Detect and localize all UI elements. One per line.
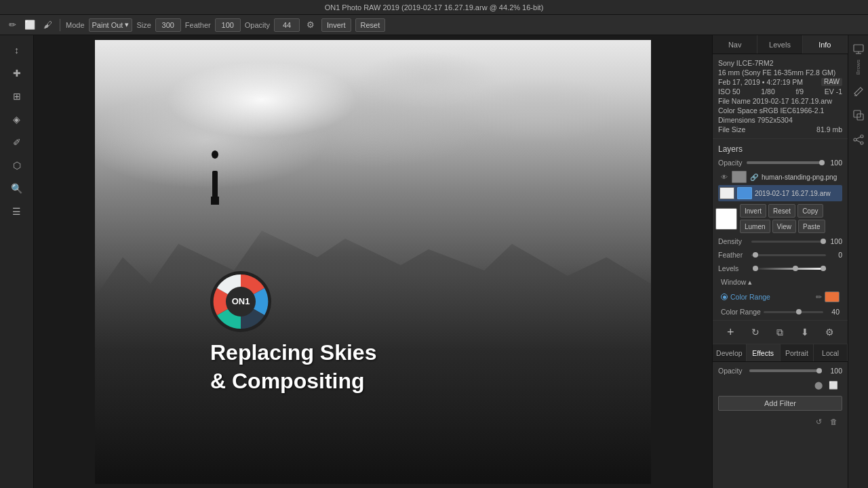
layers-header: Layers xyxy=(718,142,842,157)
titlebar: ON1 Photo RAW 2019 (2019-02-17 16.27.19.… xyxy=(0,0,868,15)
feather-input[interactable] xyxy=(215,18,241,32)
svg-point-9 xyxy=(854,138,856,141)
resize-svg xyxy=(852,109,865,121)
layer-visibility-icon[interactable]: 👁 xyxy=(719,172,729,182)
filename-label: File Name xyxy=(718,97,751,105)
date-row: Feb 17, 2019 • 4:27:19 PM RAW xyxy=(718,77,842,87)
copy-mask-btn[interactable]: Copy xyxy=(797,204,823,218)
window-label: Window ▴ xyxy=(721,278,752,286)
layer-toolbar: + ↻ ⧉ ⬇ ⚙ xyxy=(713,320,848,344)
feather-label: Feather xyxy=(718,251,749,259)
tool-eraser-icon[interactable]: ⬜ xyxy=(23,18,37,32)
photo-scene xyxy=(95,40,651,484)
opacity-slider[interactable] xyxy=(747,161,825,164)
feather-slider[interactable] xyxy=(751,254,826,256)
left-tool-2[interactable]: ✚ xyxy=(6,64,28,83)
add-layer-icon[interactable]: + xyxy=(723,325,738,340)
filter-icon-1[interactable]: ⬤ xyxy=(812,379,825,391)
tool-paint-icon[interactable]: 🖌 xyxy=(41,18,54,32)
color-range-radio[interactable] xyxy=(721,293,728,300)
density-slider[interactable] xyxy=(751,241,826,243)
right-panel: Nav Levels Info Sony ILCE-7RM2 16 mm (So… xyxy=(712,35,848,488)
filter-trash-icon[interactable]: 🗑 xyxy=(827,415,840,428)
layer-link-icon[interactable]: 🔗 xyxy=(749,172,759,182)
browse-icon[interactable] xyxy=(850,41,867,57)
copy-layer-icon[interactable]: ⧉ xyxy=(772,325,787,340)
merge-layer-icon[interactable]: ⬇ xyxy=(797,325,812,340)
layer-2-thumb xyxy=(737,187,752,199)
settings-layer-icon[interactable]: ⚙ xyxy=(823,325,837,340)
tab-info[interactable]: Info xyxy=(803,35,848,54)
left-tool-1[interactable]: ↕ xyxy=(6,41,28,60)
view-btn[interactable]: View xyxy=(772,220,797,233)
person-body xyxy=(212,171,218,198)
filter-bottom-icons: ↺ 🗑 xyxy=(718,413,842,430)
canvas-area[interactable]: ↖ xyxy=(34,35,712,488)
left-tool-3[interactable]: ⊞ xyxy=(6,87,28,106)
filter-opacity-row: Opacity 100 xyxy=(718,365,842,377)
left-tool-4[interactable]: ◈ xyxy=(6,110,28,129)
add-filter-button[interactable]: Add Filter xyxy=(718,396,842,411)
far-right-strip: Brows xyxy=(848,35,868,488)
color-swatch[interactable] xyxy=(825,291,840,302)
info-section: Sony ILCE-7RM2 16 mm (Sony FE 16-35mm F2… xyxy=(713,54,848,139)
filename-value: 2019-02-17 16.27.19.arw xyxy=(753,97,832,105)
share-icon[interactable] xyxy=(850,131,867,148)
layer-controls: Invert Reset Copy Lumen View Paste Densi… xyxy=(713,201,848,320)
logo-overlay: ON1 Replacing Skies & Compositing xyxy=(210,271,376,395)
invert-mask-btn[interactable]: Invert xyxy=(740,204,766,218)
tab-levels[interactable]: Levels xyxy=(757,35,802,54)
tab-effects[interactable]: Effects xyxy=(747,344,781,361)
tab-nav[interactable]: Nav xyxy=(713,35,757,54)
cloud-layer xyxy=(95,40,651,240)
settings-icon[interactable]: ⚙ xyxy=(304,18,317,32)
mask-control-row: Invert Reset Copy Lumen View Paste xyxy=(715,204,845,233)
tool-brush-icon[interactable]: ✏ xyxy=(5,18,19,32)
filter-icon-2[interactable]: ⬜ xyxy=(827,379,840,391)
opacity-value: 100 xyxy=(829,159,842,167)
tab-local[interactable]: Local xyxy=(814,344,848,361)
opacity-row: Opacity 100 xyxy=(718,157,842,169)
left-tool-6[interactable]: ⬡ xyxy=(6,156,28,175)
lumen-btn[interactable]: Lumen xyxy=(740,220,770,233)
svg-line-11 xyxy=(856,137,861,139)
layer-1[interactable]: 👁 🔗 human-standing-png.png xyxy=(718,169,842,185)
left-tool-8[interactable]: ☰ xyxy=(6,202,28,221)
mode-dropdown[interactable]: Paint Out▾ xyxy=(89,18,133,32)
opacity-label: Opacity xyxy=(718,159,743,167)
filter-opacity-slider[interactable] xyxy=(749,369,822,372)
opacity-input[interactable] xyxy=(274,18,300,32)
eyedropper-icon[interactable]: ✏ xyxy=(816,293,822,302)
exposure-row: ISO 50 1/80 f/9 EV -1 xyxy=(718,87,842,96)
mask-thumb xyxy=(715,208,737,230)
share-svg xyxy=(852,134,865,146)
layer-2[interactable]: 2019-02-17 16.27.19.arw xyxy=(718,185,842,201)
levels-label: Levels xyxy=(718,264,749,272)
left-tool-7[interactable]: 🔍 xyxy=(6,179,28,198)
window-row: Window ▴ xyxy=(715,277,845,287)
svg-point-10 xyxy=(861,142,863,144)
filter-settings-icon[interactable]: ↺ xyxy=(812,415,825,428)
color-range-slider[interactable] xyxy=(764,311,823,313)
opacity-label: Opacity xyxy=(245,21,270,29)
svg-text:ON1: ON1 xyxy=(232,296,250,306)
levels-slider[interactable] xyxy=(751,268,826,270)
edit-icon[interactable] xyxy=(850,83,867,99)
overlay-title-line2: & Compositing xyxy=(210,367,376,396)
paste-btn[interactable]: Paste xyxy=(798,220,825,233)
invert-button[interactable]: Invert xyxy=(321,18,351,32)
reset-button[interactable]: Reset xyxy=(355,18,386,32)
left-tool-5[interactable]: ✐ xyxy=(6,133,28,152)
filename-row: File Name 2019-02-17 16.27.19.arw xyxy=(718,96,842,106)
resize-icon[interactable] xyxy=(850,107,867,123)
feather-value: 0 xyxy=(829,251,842,259)
size-input[interactable] xyxy=(155,18,181,32)
person-silhouette xyxy=(206,150,223,198)
tab-portrait[interactable]: Portrait xyxy=(781,344,814,361)
reset-mask-btn[interactable]: Reset xyxy=(768,204,795,218)
browse-svg xyxy=(852,43,865,55)
camera-info: Sony ILCE-7RM2 xyxy=(718,58,842,68)
tab-develop[interactable]: Develop xyxy=(713,344,747,361)
bottom-icons-row: ⬤ ⬜ xyxy=(718,377,842,393)
refresh-layer-icon[interactable]: ↻ xyxy=(748,325,763,340)
